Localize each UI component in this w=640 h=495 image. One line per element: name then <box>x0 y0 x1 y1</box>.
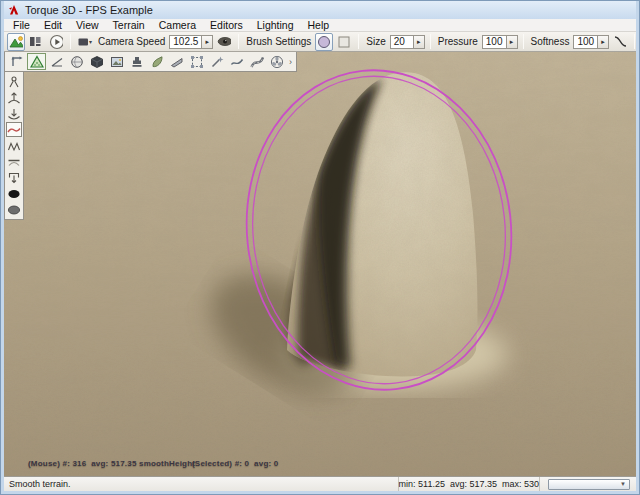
tool-datablock-editor[interactable] <box>107 53 126 70</box>
camera-menu-button[interactable]: ▾ <box>76 33 94 51</box>
tool-flatten-height[interactable] <box>6 154 22 169</box>
tool-raise-height[interactable] <box>6 90 22 105</box>
viewport-3d[interactable]: › <box>4 52 636 476</box>
softness-value[interactable]: 100 <box>574 36 597 47</box>
camera-speed-spinner-icon[interactable]: ▸ <box>201 36 212 48</box>
tool-clear-terrain[interactable] <box>6 186 22 201</box>
terrain-editor-icon <box>30 55 44 69</box>
landscape-icon <box>9 35 23 49</box>
window-title: Torque 3D - FPS Example <box>25 4 153 16</box>
menu-help[interactable]: Help <box>301 19 337 32</box>
restore-terrain-icon <box>7 203 21 217</box>
menu-camera[interactable]: Camera <box>152 19 203 32</box>
tool-terrain-painter[interactable] <box>47 53 66 70</box>
stamp-icon <box>130 55 144 69</box>
menu-lighting[interactable]: Lighting <box>250 19 301 32</box>
tool-shape-editor[interactable] <box>267 53 286 70</box>
datablock-image-icon <box>110 55 124 69</box>
title-bar[interactable]: Torque 3D - FPS Example <box>4 1 636 19</box>
layout-columns-icon <box>29 35 43 48</box>
ramp-icon <box>170 55 184 69</box>
camera-speed-field[interactable]: 102.5 ▸ <box>169 35 213 49</box>
combobox-arrow-icon: ▼ <box>620 481 629 487</box>
toolbar-separator <box>238 34 239 49</box>
raise-height-icon <box>7 91 21 105</box>
terrain-brush-palette <box>4 72 24 220</box>
gui-editor-button[interactable] <box>27 33 45 51</box>
statusbar-combobox[interactable]: ▼ <box>548 479 630 490</box>
menu-view[interactable]: View <box>69 19 106 32</box>
smooth-height-icon <box>7 123 21 137</box>
eye-icon <box>217 36 231 47</box>
pressure-value[interactable]: 100 <box>483 36 506 47</box>
lower-height-icon <box>7 107 21 121</box>
selected-info-text: (Selected) #: 0 avg: 0 <box>192 459 278 468</box>
tool-material-editor[interactable] <box>67 53 86 70</box>
pressure-field[interactable]: 100 ▸ <box>482 35 518 49</box>
play-game-button[interactable] <box>47 33 65 51</box>
square-brush-icon <box>337 35 351 49</box>
status-bar: Smooth terrain. min: 511.25 avg: 517.35 … <box>4 476 636 491</box>
tool-lower-height[interactable] <box>6 106 22 121</box>
tool-restore-terrain[interactable] <box>6 202 22 217</box>
fan-icon <box>270 55 284 69</box>
tool-object-editor[interactable] <box>7 53 26 70</box>
visibility-button[interactable] <box>215 33 233 51</box>
app-window: Torque 3D - FPS Example File Edit View T… <box>0 0 640 495</box>
world-editor-button[interactable] <box>7 33 25 51</box>
tool-set-height[interactable] <box>6 170 22 185</box>
pressure-label: Pressure <box>436 36 480 47</box>
camera-icon <box>78 36 88 48</box>
menu-editors[interactable]: Editors <box>203 19 250 32</box>
main-toolbar: ▾ Camera Speed 102.5 ▸ Brush Settings <box>4 32 636 52</box>
terrain-scene <box>4 52 636 476</box>
camera-speed-value[interactable]: 102.5 <box>170 36 201 47</box>
tool-particle-editor[interactable] <box>207 53 226 70</box>
menu-file[interactable]: File <box>6 19 37 32</box>
mouse-info-text: (Mouse) #: 316 avg: 517.35 smoothHeight <box>28 459 195 468</box>
tool-grab-terrain[interactable] <box>6 74 22 89</box>
tool-road-path-editor[interactable] <box>247 53 266 70</box>
editor-palette: › <box>4 52 297 72</box>
tool-paint-noise[interactable] <box>6 138 22 153</box>
leaf-icon <box>150 55 164 69</box>
camera-speed-label: Camera Speed <box>96 36 167 47</box>
material-sphere-icon <box>70 55 84 69</box>
tool-terrain-editor[interactable] <box>27 53 46 70</box>
flatten-height-icon <box>7 155 21 169</box>
pressure-spinner-icon[interactable]: ▸ <box>506 36 517 48</box>
toolbar-separator <box>430 34 431 49</box>
tool-mission-area-editor[interactable] <box>187 53 206 70</box>
size-label: Size <box>364 36 387 47</box>
terrain-painter-icon <box>50 55 64 69</box>
menu-edit[interactable]: Edit <box>37 19 69 32</box>
chevron-down-icon: ▾ <box>89 38 92 45</box>
tool-decal-editor[interactable] <box>127 53 146 70</box>
tool-river-editor[interactable] <box>227 53 246 70</box>
tool-forest-editor[interactable] <box>147 53 166 70</box>
size-spinner-icon[interactable]: ▸ <box>413 36 424 48</box>
clear-terrain-icon <box>7 187 21 201</box>
status-message: Smooth terrain. <box>4 477 399 491</box>
softness-spinner-icon[interactable]: ▸ <box>597 36 608 48</box>
toolbar-separator <box>358 34 359 49</box>
size-field[interactable]: 20 ▸ <box>390 35 425 49</box>
brush-box-button[interactable] <box>335 33 353 51</box>
palette-overflow-icon[interactable]: › <box>287 57 294 67</box>
grab-terrain-icon <box>7 75 21 89</box>
circle-brush-icon <box>317 35 331 49</box>
height-stats: min: 511.25 avg: 517.35 max: 530 <box>399 477 540 491</box>
wave-icon <box>230 55 244 69</box>
tool-smooth-height[interactable] <box>6 122 22 137</box>
tool-sketch[interactable] <box>87 53 106 70</box>
sparkle-wand-icon <box>210 55 224 69</box>
tool-mesh-road-editor[interactable] <box>167 53 186 70</box>
play-icon <box>49 34 63 50</box>
size-value[interactable]: 20 <box>391 36 413 47</box>
marquee-icon <box>190 55 204 69</box>
falloff-curve-button[interactable] <box>611 33 629 51</box>
softness-field[interactable]: 100 ▸ <box>573 35 609 49</box>
sketch-cube-icon <box>90 55 104 69</box>
brush-ellipse-button[interactable] <box>315 33 333 51</box>
menu-terrain[interactable]: Terrain <box>106 19 152 32</box>
